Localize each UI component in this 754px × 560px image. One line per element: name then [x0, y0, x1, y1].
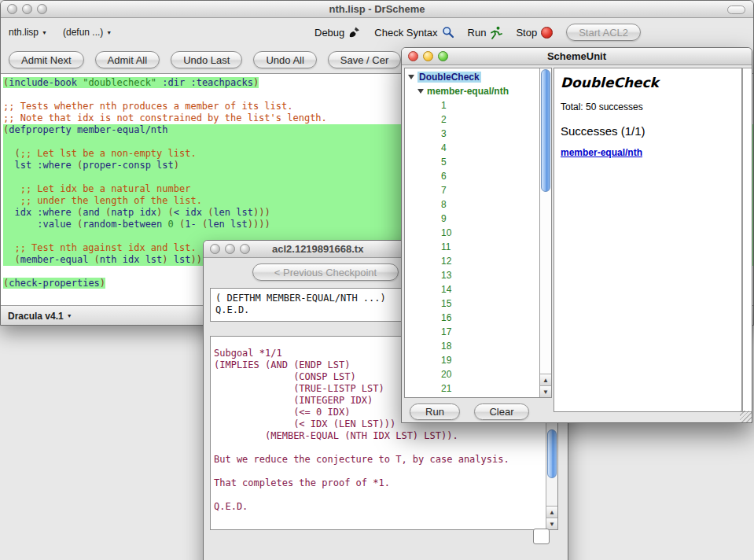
tree-case-item[interactable]: 5: [405, 155, 551, 169]
close-button[interactable]: [408, 51, 418, 61]
stop-icon: [541, 27, 553, 39]
run-label: Run: [468, 27, 487, 39]
stop-label: Stop: [516, 27, 537, 39]
close-button[interactable]: [7, 4, 17, 14]
test-result-link[interactable]: member-equal/nth: [561, 147, 642, 158]
tree-case-item[interactable]: 4: [405, 141, 551, 155]
tree-case-item[interactable]: 3: [405, 127, 551, 141]
schemeunit-titlebar[interactable]: SchemeUnit: [402, 48, 752, 65]
zoom-button[interactable]: [438, 51, 448, 61]
drscheme-titlebar[interactable]: nth.lisp - DrScheme: [1, 1, 753, 18]
debug-button[interactable]: Debug: [314, 26, 361, 39]
start-acl2-button[interactable]: Start ACL2: [566, 24, 641, 41]
chevron-down-icon: ▼: [106, 30, 112, 35]
tree-scrollbar[interactable]: ▲ ▼: [539, 68, 551, 397]
tree-case-item[interactable]: 19: [405, 353, 551, 367]
scroll-up-arrow-icon[interactable]: ▲: [540, 374, 551, 385]
tree-item-member-equal-nth-label: member-equal/nth: [427, 86, 509, 97]
tree-case-item[interactable]: 13: [405, 268, 551, 282]
close-button[interactable]: [210, 244, 220, 254]
check-syntax-icon: [442, 26, 454, 39]
tree-case-item[interactable]: 17: [405, 325, 551, 339]
schemeunit-window-title: SchemeUnit: [402, 48, 752, 64]
scroll-down-arrow-icon[interactable]: ▼: [540, 385, 551, 397]
test-tree-pane: DoubleCheck member-equal/nth 12345678910…: [404, 68, 552, 398]
defun-popup-menu[interactable]: (defun ...) ▼: [63, 27, 112, 38]
dracula-version-label: Dracula v4.1: [8, 311, 64, 322]
resize-grip[interactable]: [740, 411, 752, 422]
output-line: But we reduce the conjecture to T, by ca…: [214, 454, 509, 466]
tree-case-item[interactable]: 10: [405, 226, 551, 240]
scrollbar-thumb[interactable]: [541, 69, 550, 192]
minimize-button[interactable]: [225, 244, 235, 254]
total-successes-text: Total: 50 successes: [561, 101, 741, 112]
tree-case-item[interactable]: 11: [405, 240, 551, 254]
run-button[interactable]: Run: [468, 26, 503, 39]
tree-case-item[interactable]: 2: [405, 112, 551, 127]
tree-case-list: 123456789101112131415161718192021: [405, 98, 551, 396]
tree-case-item[interactable]: 8: [405, 197, 551, 212]
scroll-down-arrow-icon[interactable]: ▼: [546, 518, 557, 529]
results-pane: DoubleCheck Total: 50 successes Successe…: [554, 68, 742, 412]
defun-popup-label: (defun ...): [63, 27, 103, 38]
run-icon: [490, 26, 502, 39]
minimize-button[interactable]: [22, 4, 32, 14]
debug-icon: [348, 26, 361, 39]
chevron-down-icon: ▼: [42, 30, 47, 35]
scrollbar-thumb[interactable]: [547, 429, 557, 478]
zoom-button[interactable]: [37, 4, 47, 14]
output-line: [214, 489, 509, 501]
tree-case-item[interactable]: 9: [405, 212, 551, 226]
debug-label: Debug: [314, 27, 344, 39]
output-line: [214, 466, 509, 477]
minimize-button[interactable]: [423, 51, 433, 61]
file-popup-menu[interactable]: nth.lisp ▼: [9, 27, 47, 38]
save-certify-button[interactable]: Save / Cer: [328, 51, 401, 68]
admit-all-button[interactable]: Admit All: [95, 51, 160, 68]
tree-case-item[interactable]: 6: [405, 169, 551, 183]
undo-all-button[interactable]: Undo All: [253, 51, 316, 68]
run-tests-button[interactable]: Run: [410, 403, 460, 420]
output-line: That completes the proof of *1.: [214, 477, 509, 489]
drscheme-toolbar: nth.lisp ▼ (defun ...) ▼ Debug Check Syn…: [1, 18, 753, 46]
toolbar-toggle-capsule[interactable]: [727, 6, 745, 14]
stop-button[interactable]: Stop: [516, 27, 553, 39]
output-line: Q.E.D.: [214, 501, 509, 513]
tree-case-item[interactable]: 20: [405, 367, 551, 381]
output-line: [214, 442, 509, 454]
tree-case-item[interactable]: 7: [405, 183, 551, 197]
zoom-button[interactable]: [240, 244, 250, 254]
desktop: nth.lisp - DrScheme nth.lisp ▼ (defun ..…: [0, 0, 754, 560]
chevron-down-icon: ▼: [67, 313, 72, 319]
tree-case-item[interactable]: 18: [405, 339, 551, 353]
clear-button[interactable]: Clear: [474, 403, 529, 420]
tree-item-doublecheck-label: DoubleCheck: [417, 72, 481, 83]
dracula-version-menu[interactable]: Dracula v4.1 ▼: [8, 311, 72, 322]
tree-case-item[interactable]: 1: [405, 98, 551, 112]
result-heading: DoubleCheck: [561, 75, 741, 90]
schemeunit-window: SchemeUnit DoubleCheck member-equal/nth …: [401, 47, 752, 423]
tree-case-item[interactable]: 14: [405, 282, 551, 297]
results-scrollbar-track[interactable]: [742, 68, 752, 412]
tree-case-item[interactable]: 16: [405, 311, 551, 325]
undo-last-button[interactable]: Undo Last: [171, 51, 242, 68]
tree-case-item[interactable]: 15: [405, 297, 551, 311]
output-line: (MEMBER-EQUAL (NTH IDX LST) LST)).: [214, 430, 509, 442]
tree-item-doublecheck[interactable]: DoubleCheck: [405, 70, 551, 84]
check-syntax-button[interactable]: Check Syntax: [374, 26, 454, 39]
disclosure-triangle-icon[interactable]: [408, 75, 414, 79]
file-popup-label: nth.lisp: [9, 27, 39, 38]
successes-heading: Successes (1/1): [561, 124, 741, 138]
scroll-up-arrow-icon[interactable]: ▲: [546, 506, 557, 518]
tree-item-member-equal-nth[interactable]: member-equal/nth: [405, 84, 551, 98]
admit-next-button[interactable]: Admit Next: [9, 51, 84, 68]
drscheme-window-title: nth.lisp - DrScheme: [1, 1, 753, 17]
tree-case-item[interactable]: 21: [405, 381, 551, 396]
previous-checkpoint-button[interactable]: < Previous Checkpoint: [252, 263, 399, 281]
disclosure-triangle-icon[interactable]: [417, 89, 424, 94]
corner-checkbox[interactable]: [533, 529, 550, 544]
check-syntax-label: Check Syntax: [374, 27, 437, 39]
tree-case-item[interactable]: 12: [405, 254, 551, 268]
